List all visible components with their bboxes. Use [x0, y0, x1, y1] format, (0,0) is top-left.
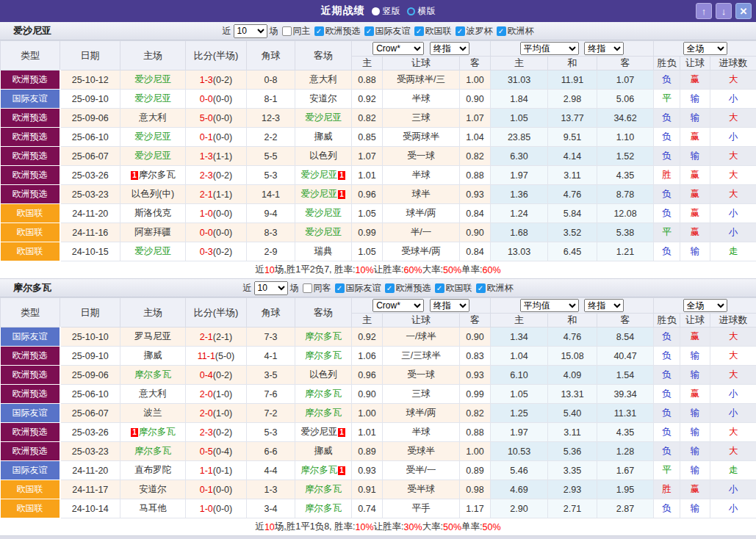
summary-text: 单率:	[461, 521, 482, 533]
match-count-select[interactable]: 10	[234, 24, 267, 38]
avg-away-odds: 1.10	[597, 128, 654, 147]
result-goals: 大	[710, 109, 756, 128]
handicap-home-odds: 0.96	[352, 185, 383, 204]
team-label: 以色列	[309, 151, 337, 161]
handicap-line: 三/三球半	[383, 347, 460, 366]
matches-tbody: 国际友谊25-10-10罗马尼亚2-1(2-1)7-3摩尔多瓦0.92一/球半0…	[1, 328, 756, 518]
layout-horizontal-radio[interactable]: 横版	[407, 5, 436, 18]
matches-table: 类型 日期 主场 比分(半场) 角球 客场 Crow* 终指 平均值 终指	[0, 40, 756, 261]
scope-select[interactable]: 全场	[683, 42, 727, 55]
avg-home-odds: 1.05	[491, 385, 548, 404]
team-label: 马耳他	[139, 503, 167, 513]
handicap-company-select[interactable]: Crow*	[372, 299, 424, 312]
match-count-select[interactable]: 10	[254, 281, 288, 295]
competition-checkbox[interactable]: ✓国际友谊	[335, 282, 381, 294]
layout-vertical-radio[interactable]: 竖版	[372, 5, 400, 18]
close-button[interactable]: ✕	[735, 3, 752, 19]
match-score: 1-3(1-1)	[186, 147, 247, 166]
halftime-score: (0-2)	[213, 75, 232, 85]
handicap-group-header: Crow* 终指	[352, 298, 491, 314]
layout-vertical-label: 竖版	[383, 5, 400, 18]
halftime-score: (0-0)	[213, 228, 232, 238]
competition-checkbox[interactable]: ✓欧国联	[414, 25, 452, 37]
avg-away-odds: 11.31	[597, 404, 654, 423]
avg-time-select[interactable]: 终指	[584, 299, 624, 312]
home-team: 爱沙尼亚	[120, 70, 186, 90]
move-down-button[interactable]: ↓	[716, 3, 732, 19]
competition-type: 国际友谊	[1, 404, 60, 423]
team-label: 波兰	[144, 408, 162, 418]
handicap-time-select[interactable]: 终指	[430, 42, 469, 55]
same-venue-checkbox[interactable]: 同主	[282, 25, 311, 37]
avg-home-odds: 1.84	[491, 90, 548, 109]
match-score: 0-3(0-2)	[186, 242, 247, 261]
match-score: 1-0(0-0)	[186, 499, 247, 518]
competition-type: 欧洲预选	[1, 128, 60, 147]
handicap-away-odds: 0.88	[460, 166, 491, 185]
scope-select[interactable]: 全场	[683, 299, 727, 312]
match-score: 1-0(0-0)	[186, 204, 247, 223]
radio-unselected-icon	[407, 7, 415, 15]
fulltime-score: 0-5	[200, 446, 213, 457]
match-score: 2-3(0-2)	[186, 423, 247, 442]
avg-source-select[interactable]: 平均值	[520, 299, 579, 312]
competition-type: 欧洲预选	[1, 423, 60, 442]
result-goals: 大	[710, 147, 756, 166]
summary-text: 让胜率:	[374, 264, 404, 276]
competition-checkbox[interactable]: ✓波罗杯	[456, 25, 493, 37]
handicap-home-odds: 0.96	[352, 366, 383, 385]
team-label: 意大利	[139, 112, 167, 123]
away-team: 意大利	[295, 70, 352, 90]
handicap-company-select[interactable]: Crow*	[372, 42, 424, 55]
match-row: 欧洲预选25-10-12爱沙尼亚1-3(0-2)0-8意大利0.88受两球半/三…	[1, 70, 756, 90]
team-label: 罗马尼亚	[134, 331, 171, 341]
result-wdl: 负	[654, 423, 680, 442]
handicap-line: 半/一	[383, 223, 460, 242]
result-handicap: 赢	[680, 185, 710, 204]
move-up-button[interactable]: ↑	[696, 3, 712, 19]
avg-home-odds: 1.25	[491, 404, 548, 423]
competition-checkbox[interactable]: ✓欧洲杯	[476, 282, 514, 294]
handicap-line: 平手	[383, 499, 460, 518]
fulltime-score: 2-0	[200, 389, 213, 399]
summary-text: 近	[255, 264, 264, 276]
handicap-away-odds: 1.00	[460, 442, 491, 461]
result-wdl: 负	[654, 328, 680, 347]
team-label: 爱沙尼亚	[300, 427, 337, 437]
same-venue-checkbox[interactable]: 同客	[303, 282, 331, 294]
handicap-away-odds: 1.17	[460, 499, 491, 518]
avg-group-header: 平均值 终指	[491, 298, 654, 314]
red-card-badge: 1	[338, 466, 345, 475]
result-handicap: 输	[680, 442, 710, 461]
competition-checkbox[interactable]: ✓欧洲预选	[314, 25, 361, 37]
away-team: 摩尔多瓦	[295, 499, 352, 518]
fulltime-score: 0-0	[200, 228, 213, 238]
competition-checkbox[interactable]: ✓欧洲杯	[497, 25, 534, 37]
handicap-time-select[interactable]: 终指	[430, 299, 469, 312]
near-label: 近	[243, 282, 252, 294]
summary-value: 50%	[443, 265, 461, 275]
corner-score: 2-2	[247, 128, 295, 147]
handicap-away-odds: 0.84	[460, 242, 491, 261]
corner-score: 2-9	[247, 242, 295, 261]
avg-time-select[interactable]: 终指	[584, 42, 624, 55]
avg-home-odds: 1.36	[491, 185, 548, 204]
handicap-away-odds: 1.07	[460, 109, 491, 128]
fulltime-score: 2-3	[200, 427, 213, 438]
team-label: 斯洛伐克	[134, 208, 171, 218]
team-label: 摩尔多瓦	[305, 503, 342, 513]
team-label: 阿塞拜疆	[134, 227, 171, 237]
avg-source-select[interactable]: 平均值	[520, 42, 579, 55]
result-handicap: 赢	[680, 223, 710, 242]
handicap-home-odds: 1.05	[352, 204, 383, 223]
handicap-line: 受球半/两	[383, 242, 460, 261]
result-handicap: 输	[680, 347, 710, 366]
sub-header-result-handicap: 让球	[680, 314, 710, 328]
avg-home-odds: 1.04	[491, 347, 548, 366]
header-group-row: 类型 日期 主场 比分(半场) 角球 客场 Crow* 终指 平均值 终指	[1, 41, 756, 57]
away-team: 挪威	[295, 128, 352, 147]
competition-checkbox[interactable]: ✓欧国联	[435, 282, 472, 294]
competition-checkbox[interactable]: ✓国际友谊	[364, 25, 411, 37]
match-row: 欧国联24-10-14马耳他1-0(0-0)3-4摩尔多瓦0.74平手1.172…	[1, 499, 756, 518]
competition-checkbox[interactable]: ✓欧洲预选	[385, 282, 431, 294]
